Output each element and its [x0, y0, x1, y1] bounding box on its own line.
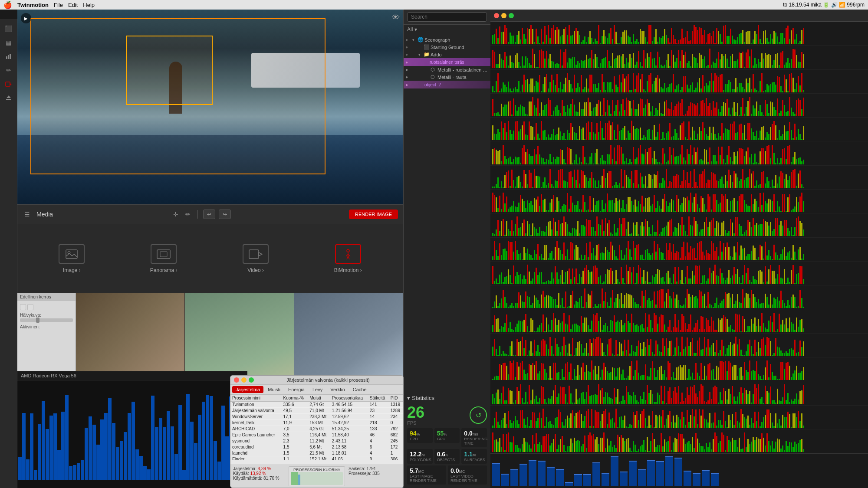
fps-circle-icon: ↺: [476, 411, 481, 419]
mixer-fader[interactable]: [529, 460, 536, 486]
mixer-fader[interactable]: [547, 467, 555, 486]
viz-track: [490, 46, 868, 69]
move-tool-icon[interactable]: ✛: [171, 210, 180, 219]
mixer-fader[interactable]: [492, 463, 500, 486]
pm-minimize[interactable]: [241, 377, 247, 383]
sidebar-icon-assets[interactable]: ▦: [2, 36, 16, 49]
fps-display: 26 FPS ↺: [407, 405, 487, 426]
filter-arrow[interactable]: ▾: [414, 26, 417, 33]
mixer-fader[interactable]: [702, 470, 710, 486]
tree-metalli-teryas[interactable]: ● ⬡ Metalli - ruotsalainen teräs: [404, 66, 490, 73]
menu-help[interactable]: Help: [83, 2, 95, 8]
svg-rect-5: [6, 99, 11, 100]
gpu-bar: [159, 418, 162, 480]
mixer-fader[interactable]: [565, 482, 573, 486]
eye-icon[interactable]: 👁: [392, 13, 400, 22]
pm-close[interactable]: [234, 377, 239, 383]
gpu-bar: [38, 424, 41, 480]
pm-tab-disk[interactable]: Levy: [309, 386, 326, 393]
mixer-fader[interactable]: [684, 471, 691, 486]
tree-object2[interactable]: ● object_2: [404, 81, 490, 88]
apple-menu[interactable]: 🍎: [3, 1, 12, 9]
table-row[interactable]: Järjestelmän valvonta49,571,0 Mt1.21.56,…: [230, 408, 403, 414]
redo-button[interactable]: ↪: [219, 210, 231, 219]
col-name: Prosessin nimi: [230, 395, 282, 402]
tree-addo[interactable]: ● ▾ 📁 Addo: [404, 51, 490, 58]
media-bimotion[interactable]: BiMmotion ›: [334, 244, 362, 273]
pm-maximize[interactable]: [249, 377, 254, 383]
table-row[interactable]: Twinmotion335,62,74 Gt3.46.54,151411319: [230, 402, 403, 408]
bottom-toolbar: ☰ Media ✛ ✏ ↩ ↪ RENDER IMAGE: [17, 204, 403, 224]
render-button[interactable]: RENDER IMAGE: [349, 210, 398, 219]
pm-tab-system[interactable]: Järjestelmä: [232, 386, 263, 393]
media-panorama[interactable]: Panorama ›: [150, 244, 178, 273]
mixer-fader[interactable]: [602, 473, 609, 486]
media-image[interactable]: Image ›: [59, 244, 85, 273]
svg-rect-3: [6, 82, 10, 86]
tree-starting-ground[interactable]: ● ⬛ Starting Ground: [404, 43, 490, 51]
small-panel-btn[interactable]: [20, 304, 26, 310]
mixer-fader[interactable]: [519, 464, 527, 486]
play-button[interactable]: ▶: [21, 13, 31, 23]
sidebar-icon-scenes[interactable]: ⬛: [2, 23, 16, 35]
mixer-fader[interactable]: [592, 462, 600, 486]
mixer-fader[interactable]: [647, 460, 655, 486]
search-input[interactable]: [407, 12, 487, 22]
pm-tab-energy[interactable]: Energia: [285, 386, 308, 393]
mixer-fader[interactable]: [510, 469, 518, 486]
table-row[interactable]: ARCHICAD7,04,25 Gt51.34,25133792: [230, 426, 403, 432]
mixer-fader[interactable]: [693, 473, 700, 486]
table-row[interactable]: kernel_task11,9153 Mt15.42,922180: [230, 420, 403, 426]
mixer-fader[interactable]: [583, 474, 591, 486]
table-row[interactable]: coreaudiod1,55,6 Mt2.13,586172: [230, 444, 403, 450]
table-row[interactable]: Finder1,1152,1 Mt41,069306: [230, 456, 403, 460]
maximize-button[interactable]: [509, 13, 514, 18]
media-video[interactable]: Video ›: [243, 244, 269, 273]
gpu-bar: [210, 396, 213, 480]
edit-tool-icon[interactable]: ✏: [184, 210, 192, 219]
visualizer-header: [490, 10, 868, 22]
mixer-fader[interactable]: [556, 469, 564, 486]
sidebar-icon-video[interactable]: [2, 78, 16, 90]
gpu-bar: [73, 465, 76, 480]
mixer-fader[interactable]: [501, 474, 509, 486]
mixer-fader[interactable]: [538, 461, 546, 486]
minimize-button[interactable]: [501, 13, 506, 18]
pm-tab-cache[interactable]: Cache: [349, 386, 370, 393]
mixer-fader[interactable]: [638, 469, 646, 486]
mixer-fader[interactable]: [656, 461, 664, 486]
table-row[interactable]: WindowsServer17,1238,3 Mt12.59,6214234: [230, 414, 403, 420]
small-panel-btn2[interactable]: [27, 304, 33, 310]
mixer-fader[interactable]: [629, 461, 637, 486]
cpu-graph-bar: [291, 472, 343, 485]
sidebar-icon-chart[interactable]: [2, 50, 16, 62]
mixer-fader[interactable]: [574, 474, 582, 486]
tree-ruotsalainen[interactable]: ● ruotsalainen teräs: [404, 58, 490, 66]
sidebar-icon-export[interactable]: [2, 92, 16, 104]
table-row[interactable]: launchd1,521,5 Mt1.18,0141: [230, 450, 403, 456]
menu-edit[interactable]: Edit: [68, 2, 78, 8]
gpu-bar: [132, 402, 135, 480]
mixer-fader[interactable]: [611, 456, 618, 486]
stats-header[interactable]: ▾ Statistics: [407, 395, 487, 401]
hamburger-icon[interactable]: ☰: [23, 210, 31, 219]
undo-button[interactable]: ↩: [203, 210, 215, 219]
sidebar-icon-brush[interactable]: ✏: [2, 64, 16, 76]
stat-cpu: 94% CPU: [407, 428, 433, 443]
gpu-label: AMD Radeon RX Vega 56: [17, 371, 247, 380]
mixer-fader[interactable]: [711, 473, 719, 486]
table-row[interactable]: Epic Games Launcher3,5116,4 Mt11.58,4046…: [230, 432, 403, 438]
mixer-fader[interactable]: [665, 456, 673, 486]
tree-metalli-rauta[interactable]: ● ⬡ Metalli - rauta: [404, 73, 490, 81]
mixer-fader[interactable]: [620, 472, 628, 486]
menu-file[interactable]: File: [54, 2, 63, 8]
pm-tab-memory[interactable]: Muisti: [264, 386, 284, 393]
slider[interactable]: [20, 318, 73, 322]
close-button[interactable]: [494, 13, 499, 18]
tree-scenograph[interactable]: ● ▾ 🌐 Scenograph: [404, 36, 490, 43]
table-row[interactable]: sysmond2,311,2 Mt2.43,114245: [230, 438, 403, 444]
mixer-fader[interactable]: [674, 458, 682, 486]
viewport[interactable]: 👁 ▶: [17, 10, 403, 204]
pm-tab-network[interactable]: Verkko: [327, 386, 349, 393]
viz-track: [490, 262, 868, 285]
